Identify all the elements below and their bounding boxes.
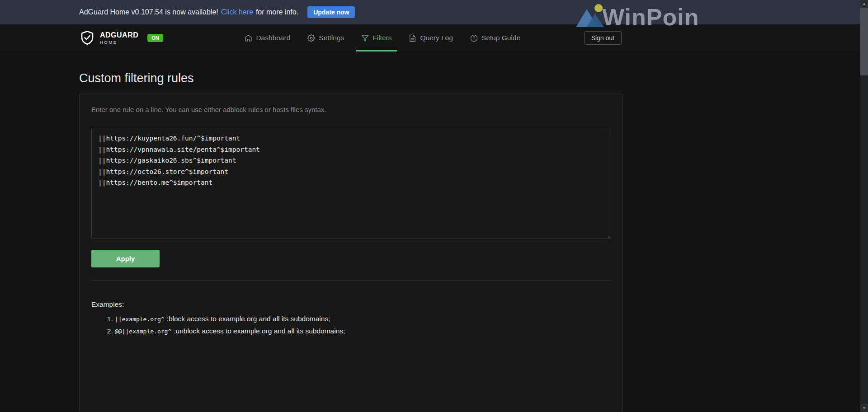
example-text: :unblock access to example.org and all i… [174,327,345,335]
sign-out-button[interactable]: Sign out [584,31,622,45]
scrollbar-down-arrow[interactable]: ▼ [860,404,868,412]
main-content: Custom filtering rules Enter one rule on… [79,71,623,412]
apply-button[interactable]: Apply [91,250,160,267]
nav-item-query-log[interactable]: Query Log [403,24,458,52]
nav-item-dashboard[interactable]: Dashboard [239,24,296,52]
banner-text: AdGuard Home v0.107.54 is now available! [79,8,218,16]
main-navbar: ADGUARD HOME ON Dashboard Settings [0,24,868,52]
funnel-icon [361,34,369,42]
page-title: Custom filtering rules [79,71,623,85]
scrollbar-thumb[interactable] [860,8,868,75]
gear-icon [307,34,315,42]
scrollbar-up-arrow[interactable]: ▲ [860,0,868,8]
example-item: @@||example.org^:unblock access to examp… [115,327,610,335]
brand-sub: HOME [100,40,138,45]
custom-rules-card: Enter one rule on a line. You can use ei… [79,94,623,412]
document-icon [409,34,416,42]
update-banner: AdGuard Home v0.107.54 is now available!… [0,0,868,24]
rules-hint: Enter one rule on a line. You can use ei… [91,106,610,113]
nav-item-filters[interactable]: Filters [356,24,397,52]
nav-item-settings[interactable]: Settings [302,24,349,52]
update-info-link[interactable]: Click here [221,8,253,16]
nav-item-setup-guide[interactable]: Setup Guide [465,24,526,52]
brand-name: ADGUARD [100,32,138,39]
example-code: @@||example.org^ [115,328,171,335]
question-icon [470,34,478,42]
example-item: ||example.org^:block access to example.o… [115,315,610,323]
example-code: ||example.org^ [115,316,165,323]
home-icon [245,34,252,42]
nav-items: Dashboard Settings Filters [181,24,584,52]
shield-logo-icon [79,30,95,46]
rules-textarea[interactable]: ||https://kuypenta26.fun/^$important ||h… [91,128,611,239]
example-text: :block access to example.org and all its… [167,315,330,323]
examples-label: Examples: [91,300,610,309]
adguard-brand[interactable]: ADGUARD HOME ON [79,24,163,52]
banner-text-after: for more info. [256,8,298,16]
divider [91,280,611,281]
page-scrollbar[interactable]: ▲ ▼ [860,0,868,412]
update-now-button[interactable]: Update now [307,6,355,18]
protection-status-badge: ON [147,34,163,42]
examples-list: ||example.org^:block access to example.o… [91,315,610,335]
